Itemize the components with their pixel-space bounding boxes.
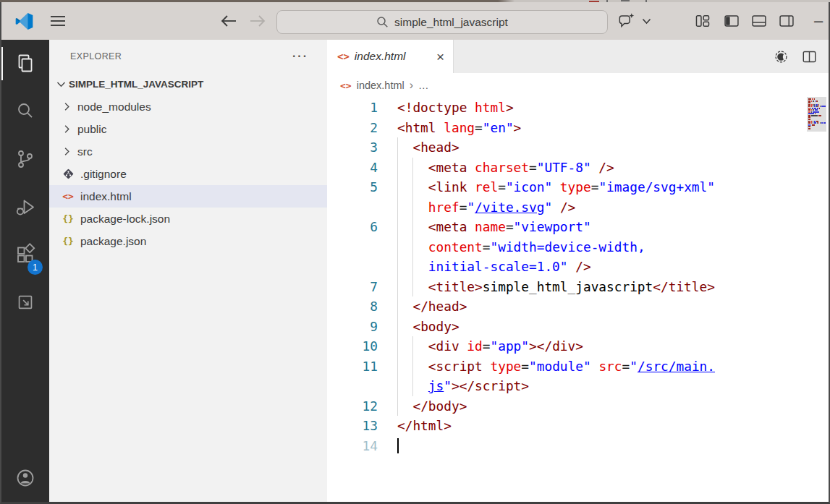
- breadcrumb-separator: ›: [410, 79, 413, 92]
- breadcrumb: <> index.html › …: [327, 73, 829, 98]
- code-line: content="width=device-width,: [327, 237, 829, 257]
- account-icon: [14, 466, 37, 490]
- code-line: 14: [327, 436, 829, 456]
- file-tree: node_modulespublicsrc.gitignore<>index.h…: [49, 95, 327, 252]
- activity-bar-item-remote-window[interactable]: [1, 278, 49, 326]
- extensions-badge: 1: [27, 260, 43, 275]
- activity-bar: 1: [1, 40, 49, 502]
- tab-label: index.html: [355, 50, 406, 63]
- line-number: 12: [327, 396, 378, 417]
- tab-bar: <> index.html ×: [327, 40, 829, 73]
- activity-bar-item-extensions[interactable]: 1: [1, 231, 49, 278]
- text-cursor: [397, 438, 399, 453]
- toggle-secondary-sidebar-icon[interactable]: [774, 2, 799, 40]
- code-line: 1<!doctype html>: [327, 98, 829, 118]
- chevron-down-icon[interactable]: [638, 2, 654, 40]
- code-line: 13</html>: [327, 416, 829, 436]
- chevron-right-icon: [60, 124, 73, 134]
- code-line: 3 <head>: [327, 137, 829, 158]
- workspace-root-folder[interactable]: SIMPLE_HTML_JAVASCRIPT: [49, 73, 327, 95]
- code-text: </body>: [397, 396, 467, 417]
- chevron-down-icon: [55, 78, 67, 90]
- code-text: initial-scale=1.0" />: [397, 257, 591, 277]
- search-icon: [376, 16, 389, 28]
- code-text: js"></script>: [397, 376, 529, 396]
- code-editor[interactable]: 1<!doctype html>2<html lang="en">3 <head…: [327, 98, 829, 502]
- vscode-window: simple_html_javascript: [0, 0, 830, 504]
- line-number: 8: [327, 296, 378, 317]
- menu-icon[interactable]: [46, 2, 69, 40]
- file-label: public: [77, 123, 107, 136]
- line-number: 13: [327, 416, 378, 436]
- code-text: <div id="app"></div>: [397, 336, 583, 356]
- tree-item-src[interactable]: src: [49, 140, 327, 163]
- copilot-chat-icon[interactable]: [612, 2, 640, 40]
- activity-bar-item-explorer[interactable]: [1, 40, 49, 87]
- window-minimize-button[interactable]: –: [806, 2, 830, 40]
- toggle-primary-sidebar-icon[interactable]: [719, 2, 744, 40]
- root-folder-label: SIMPLE_HTML_JAVASCRIPT: [69, 79, 203, 90]
- back-arrow-icon[interactable]: [216, 2, 242, 40]
- file-label: package-lock.json: [80, 213, 170, 226]
- line-number: 3: [327, 137, 378, 158]
- file-label: .gitignore: [80, 168, 127, 181]
- code-line: 8 </head>: [327, 296, 829, 317]
- forward-arrow-icon[interactable]: [245, 2, 271, 40]
- activity-bar-item-account[interactable]: [1, 454, 49, 502]
- activity-bar-item-search[interactable]: [1, 87, 49, 135]
- line-number: 7: [327, 277, 378, 297]
- breadcrumb-file[interactable]: index.html: [357, 80, 405, 91]
- tree-item--gitignore[interactable]: .gitignore: [49, 163, 327, 185]
- code-line: 9 <body>: [327, 317, 829, 337]
- code-line: 10 <div id="app"></div>: [327, 336, 829, 356]
- title-bar: simple_html_javascript: [1, 2, 829, 40]
- source-control-icon: [14, 148, 37, 171]
- json-file-icon: {}: [60, 236, 76, 247]
- git-file-icon: [60, 167, 76, 181]
- minimap[interactable]: [807, 97, 826, 132]
- window-arrow-icon: [14, 291, 36, 313]
- line-number: 1: [327, 98, 378, 118]
- code-line: 11 <script type="module" src="/src/main.: [327, 356, 829, 377]
- breadcrumb-symbol-ellipsis[interactable]: …: [418, 80, 429, 91]
- code-line: js"></script>: [327, 376, 829, 396]
- html-file-icon: <>: [340, 80, 352, 91]
- customize-layout-icon[interactable]: [690, 2, 715, 40]
- code-text: <meta name="viewport": [397, 217, 591, 237]
- tree-item-node-modules[interactable]: node_modules: [49, 95, 327, 118]
- theme-color-mode-icon[interactable]: [772, 48, 790, 66]
- code-line: 2<html lang="en">: [327, 118, 829, 138]
- explorer-title: EXPLORER: [70, 51, 122, 61]
- line-number: 10: [327, 336, 378, 356]
- code-line: 4 <meta charset="UTF-8" />: [327, 158, 829, 178]
- search-value: simple_html_javascript: [394, 16, 508, 29]
- tree-item-package-json[interactable]: {}package.json: [49, 230, 327, 252]
- activity-bar-item-run-debug[interactable]: [1, 183, 49, 231]
- line-number: 2: [327, 118, 378, 138]
- code-text: </html>: [397, 416, 452, 436]
- code-text: <link rel="icon" type="image/svg+xml": [397, 177, 715, 197]
- tree-item-index-html[interactable]: <>index.html: [49, 185, 327, 208]
- line-number: 9: [327, 317, 378, 337]
- tab-close-icon[interactable]: ×: [436, 50, 444, 64]
- split-editor-icon[interactable]: [800, 48, 818, 66]
- line-number: 6: [327, 217, 378, 237]
- code-text: <title>simple_html_javascript</title>: [397, 277, 715, 297]
- toggle-panel-icon[interactable]: [747, 2, 771, 40]
- explorer-more-actions-icon[interactable]: ···: [292, 50, 308, 63]
- activity-bar-item-source-control[interactable]: [1, 135, 49, 183]
- code-text: content="width=device-width,: [397, 237, 645, 257]
- file-label: package.json: [80, 235, 146, 248]
- code-text: <html lang="en">: [397, 118, 521, 138]
- code-line: href="/vite.svg" />: [327, 197, 829, 218]
- line-number: 4: [327, 158, 378, 178]
- code-text: </head>: [397, 296, 467, 317]
- code-line: initial-scale=1.0" />: [327, 257, 829, 277]
- line-number: 5: [327, 177, 378, 197]
- debug-icon: [14, 195, 37, 218]
- tree-item-package-lock-json[interactable]: {}package-lock.json: [49, 208, 327, 230]
- tree-item-public[interactable]: public: [49, 118, 327, 140]
- code-line: 7 <title>simple_html_javascript</title>: [327, 277, 829, 297]
- tab-index-html[interactable]: <> index.html ×: [327, 40, 454, 73]
- command-center-search[interactable]: simple_html_javascript: [276, 10, 608, 34]
